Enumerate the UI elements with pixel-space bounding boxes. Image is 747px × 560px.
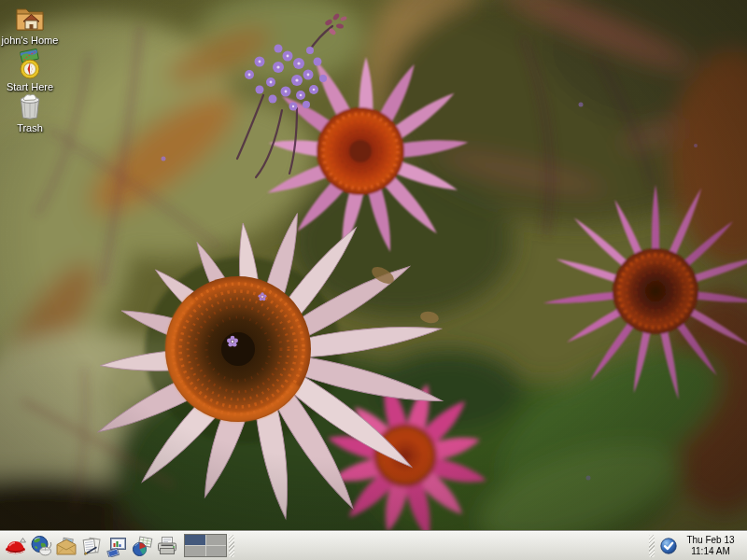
workspace-1[interactable] (185, 535, 205, 545)
documents-pen-icon (80, 535, 103, 557)
compass-map-icon (13, 49, 47, 80)
desktop-icon-start-here[interactable]: Start Here (0, 49, 60, 92)
pie-chart-sheet-icon (131, 535, 153, 557)
desktop-screen: john's Home Start Here Trash (0, 0, 747, 560)
workspace-2[interactable] (206, 535, 227, 545)
workspace-switcher[interactable] (184, 534, 227, 557)
trash-can-icon (13, 90, 47, 121)
workspace-4[interactable] (206, 546, 227, 556)
blue-check-icon (659, 537, 678, 555)
panel-drag-handle[interactable] (229, 535, 234, 557)
printer-icon (156, 535, 178, 557)
clock-date: Thu Feb 13 (681, 535, 740, 546)
panel-drag-handle[interactable] (649, 535, 655, 557)
desktop-icon-johns-home[interactable]: john's Home (0, 2, 60, 46)
clock-applet[interactable]: Thu Feb 13 11:14 AM (681, 535, 744, 556)
envelope-photo-icon (55, 535, 78, 557)
spreadsheet-launcher[interactable] (129, 533, 154, 559)
bar-chart-screen-icon (106, 535, 128, 557)
presentation-launcher[interactable] (104, 533, 129, 559)
folder-home-icon (13, 2, 47, 34)
email-launcher[interactable] (53, 533, 78, 559)
desktop-icon-trash[interactable]: Trash (0, 90, 60, 133)
red-hat-icon (5, 535, 27, 557)
desktop-wallpaper (0, 0, 747, 560)
workspace-3[interactable] (185, 546, 205, 556)
main-menu-button[interactable] (3, 533, 28, 559)
word-processor-launcher[interactable] (78, 533, 104, 559)
update-status-applet[interactable] (658, 536, 679, 556)
desktop-icon-label: Trash (0, 122, 60, 133)
clock-time: 11:14 AM (681, 546, 740, 557)
print-manager-launcher[interactable] (154, 533, 179, 559)
desktop-icon-label: john's Home (0, 35, 60, 46)
web-browser-launcher[interactable] (28, 533, 53, 559)
bottom-panel: Thu Feb 13 11:14 AM (0, 530, 747, 560)
globe-mouse-icon (30, 535, 52, 557)
